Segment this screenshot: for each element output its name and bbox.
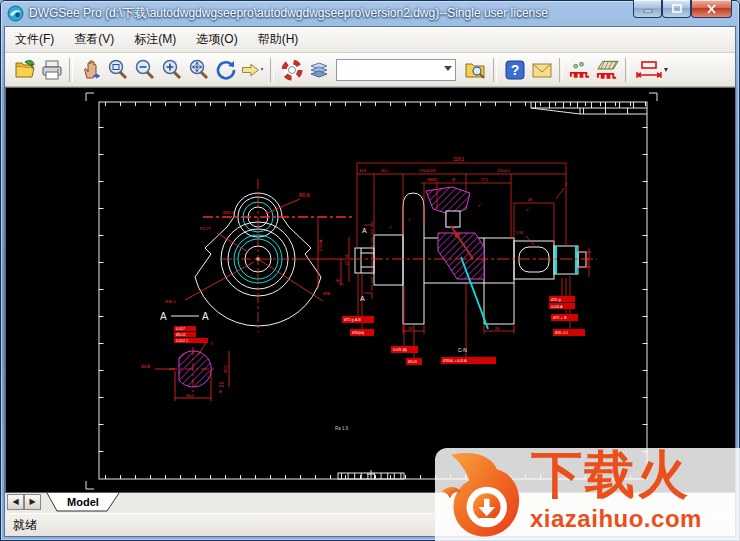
svg-text:√: √ (408, 217, 411, 222)
svg-text:29.5: 29.5 (223, 364, 228, 373)
svg-text:R1.77: R1.77 (200, 226, 211, 231)
section-a-a: A A (141, 311, 229, 401)
tab-model[interactable]: Model (43, 493, 135, 513)
help-icon: ? (503, 58, 527, 82)
toolbar-separator (270, 58, 274, 82)
svg-text:√: √ (210, 340, 213, 346)
svg-text:A: A (202, 311, 209, 322)
svg-text:38H11: 38H11 (427, 178, 437, 182)
drawing-canvas[interactable]: Ra 1.6 (5, 87, 735, 492)
svg-text:Z: Z (565, 183, 568, 187)
side-view: 219.1 33.8 40.5 170±0.029 170±0.1 38H11 … (342, 157, 597, 365)
svg-text:28: 28 (495, 327, 499, 331)
pan-hand-icon (79, 58, 103, 82)
svg-text:Ø72 ⊥ B: Ø72 ⊥ B (553, 316, 567, 320)
toolbar: ? (5, 53, 735, 87)
svg-text:R0.8: R0.8 (299, 192, 310, 198)
status-text: 就绪 (13, 517, 37, 534)
menu-bar: 文件(F) 查看(V) 标注(M) 选项(O) 帮助(H) (5, 27, 735, 53)
svg-text:219.1: 219.1 (453, 157, 465, 162)
find-file-icon (464, 58, 488, 82)
app-window: DWGSee Pro (d:\下载\autodwgdwgseepro\autod… (0, 0, 740, 541)
menu-item-view[interactable]: 查看(V) (64, 28, 124, 51)
dwgsee-logo-icon (7, 5, 24, 22)
svg-text:?: ? (510, 62, 519, 78)
svg-text:√: √ (526, 207, 529, 212)
svg-text:0.012 C: 0.012 C (176, 339, 189, 343)
svg-text:A: A (160, 311, 167, 322)
menu-item-markup[interactable]: 标注(M) (124, 28, 186, 51)
svg-text:Ø0.01: Ø0.01 (408, 360, 417, 364)
svg-text:Ø25k6: Ø25k6 (585, 256, 589, 267)
color-wheel-icon (280, 58, 304, 82)
layers-icon (307, 58, 331, 82)
svg-text:1:14: 1:14 (516, 231, 523, 235)
svg-text:0.025 (A): 0.025 (A) (393, 348, 407, 352)
svg-text:B: B (219, 389, 222, 394)
zoom-in-button[interactable] (158, 56, 185, 83)
markup-color-button[interactable] (278, 56, 305, 83)
svg-text:Ø/B: Ø/B (323, 291, 330, 296)
svg-text:Ø35k6 ⊥0.01 A: Ø35k6 ⊥0.01 A (443, 359, 467, 363)
svg-text:Ø20 -0.1: Ø20 -0.1 (555, 331, 568, 335)
maximize-button[interactable] (662, 0, 691, 18)
email-button[interactable] (528, 56, 555, 83)
section-c-label: C-N (458, 347, 467, 353)
find-file-button[interactable] (462, 56, 489, 83)
next-view-button[interactable] (239, 56, 266, 83)
open-button[interactable] (11, 56, 38, 83)
close-button[interactable] (691, 0, 732, 18)
svg-text:Ø72k6: Ø72k6 (345, 254, 349, 265)
flame-logo-icon (438, 451, 530, 541)
end-view: R0.8 Ø30.6 R1.77 R36.5 Ø/B 0.04 A 30.1° (165, 179, 353, 332)
layers-button[interactable] (305, 56, 332, 83)
svg-text:A: A (360, 295, 365, 302)
svg-text:R36.5: R36.5 (165, 299, 176, 304)
zoom-extents-button[interactable] (185, 56, 212, 83)
zoom-window-button[interactable] (104, 56, 131, 83)
svg-text:48: 48 (528, 198, 532, 202)
zoom-window-icon (106, 58, 130, 82)
toolbar-separator (493, 58, 497, 82)
rotate-button[interactable] (212, 56, 239, 83)
toolbar-separator (69, 58, 73, 82)
dimension-button[interactable] (633, 56, 669, 83)
close-icon (706, 4, 717, 14)
frame-note: Ra 1.6 (335, 426, 349, 431)
svg-text:40.5: 40.5 (381, 169, 388, 173)
svg-text:M: M (452, 178, 455, 182)
rotate-icon (214, 58, 238, 82)
menu-item-options[interactable]: 选项(O) (186, 28, 247, 51)
watermark-brand-text: 下载火 (531, 449, 690, 501)
watermark-domain-text: xiazaihuo.com (530, 505, 702, 533)
help-button[interactable]: ? (501, 56, 528, 83)
tab-scroll-left-button[interactable]: ◀ (7, 494, 24, 510)
sheet-frame (86, 93, 657, 489)
menu-item-help[interactable]: 帮助(H) (248, 28, 309, 51)
svg-text:30.1°: 30.1° (334, 277, 344, 287)
tab-model-label: Model (67, 496, 99, 508)
zoom-in-icon (160, 58, 184, 82)
minimize-button[interactable] (633, 0, 662, 18)
svg-text:33.8: 33.8 (359, 169, 366, 173)
pan-button[interactable] (77, 56, 104, 83)
markup-points-button[interactable] (567, 56, 594, 83)
menu-item-file[interactable]: 文件(F) (5, 28, 64, 51)
print-button[interactable] (38, 56, 65, 83)
svg-text:Ø35(k6): Ø35(k6) (352, 331, 364, 335)
zoom-out-button[interactable] (131, 56, 158, 83)
svg-text:28: 28 (408, 327, 412, 331)
markup-hatch-icon (595, 58, 620, 82)
window-controls (633, 0, 732, 18)
title-bar[interactable]: DWGSee Pro (d:\下载\autodwgdwgseepro\autod… (0, 0, 740, 26)
layer-combo[interactable] (336, 59, 456, 81)
svg-text:0.017: 0.017 (176, 327, 185, 331)
open-folder-icon (13, 58, 37, 82)
tab-scroll-right-button[interactable]: ▶ (24, 494, 41, 510)
svg-text:√: √ (389, 225, 392, 230)
markup-hatch-button[interactable] (594, 56, 621, 83)
maximize-icon (672, 4, 682, 13)
toolbar-separator (625, 58, 629, 82)
svg-text:0.04 A: 0.04 A (318, 239, 323, 251)
forward-arrow-icon (240, 58, 265, 82)
